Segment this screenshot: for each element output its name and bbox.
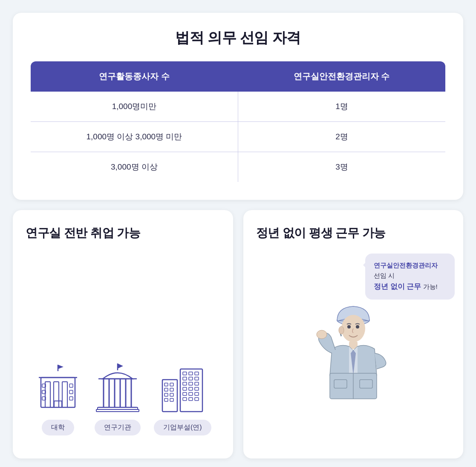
- svg-rect-47: [195, 387, 199, 390]
- svg-rect-46: [189, 387, 193, 390]
- svg-rect-38: [195, 372, 199, 375]
- svg-rect-10: [69, 384, 73, 387]
- table-cell-col1-2: 3,000명 이상: [30, 152, 238, 183]
- left-card-title: 연구실 전반 취업 가능: [26, 225, 140, 241]
- bubble-text-1: 연구실안전환경관리자: [374, 262, 438, 269]
- table-cell-col1-1: 1,000명 이상 3,000명 미만: [30, 122, 238, 152]
- svg-rect-39: [183, 377, 187, 380]
- left-card: 연구실 전반 취업 가능: [13, 210, 233, 458]
- svg-rect-37: [189, 372, 193, 375]
- svg-rect-30: [170, 388, 173, 391]
- svg-rect-31: [164, 393, 168, 396]
- bubble-text-3: 정년 없이 근무: [374, 283, 421, 291]
- svg-rect-44: [195, 382, 199, 385]
- svg-rect-42: [183, 382, 187, 385]
- svg-rect-12: [69, 397, 73, 400]
- svg-rect-45: [183, 387, 187, 390]
- svg-rect-50: [195, 392, 199, 395]
- table-row: 1,000명미만1명: [30, 92, 446, 122]
- svg-rect-53: [195, 398, 199, 401]
- building-institution: 연구기관: [94, 363, 141, 435]
- svg-point-56: [347, 325, 351, 329]
- table-cell-col1-0: 1,000명미만: [30, 92, 238, 122]
- table-row: 3,000명 이상3명: [30, 152, 446, 183]
- svg-rect-29: [164, 388, 168, 391]
- institution-icon: [94, 363, 141, 414]
- svg-rect-34: [170, 398, 173, 401]
- svg-rect-41: [195, 377, 199, 380]
- svg-rect-13: [54, 401, 62, 407]
- svg-rect-6: [62, 382, 67, 407]
- top-card: 법적 의무 선임 자격 연구활동종사자 수 연구실안전환경관리자 수 1,000…: [13, 13, 463, 200]
- right-card-content: 연구실안전환경관리자 선임 시 정년 없이 근무 가능!: [256, 254, 451, 446]
- right-card: 정년 없이 평생 근무 가능: [243, 210, 464, 458]
- svg-rect-40: [189, 377, 193, 380]
- university-label: 대학: [42, 420, 74, 435]
- table-cell-col2-1: 2명: [238, 122, 446, 152]
- svg-rect-32: [170, 393, 173, 396]
- svg-point-61: [317, 330, 327, 339]
- svg-rect-36: [183, 372, 187, 375]
- worker-illustration: [311, 290, 396, 409]
- qualification-table: 연구활동종사자 수 연구실안전환경관리자 수 1,000명미만1명1,000명 …: [30, 61, 446, 183]
- svg-rect-28: [170, 383, 173, 386]
- svg-point-58: [339, 326, 344, 334]
- corporate-label: 기업부설(연): [154, 420, 211, 435]
- bubble-text-2: 선임 시: [374, 272, 395, 279]
- bottom-row: 연구실 전반 취업 가능: [13, 210, 463, 458]
- svg-rect-33: [164, 398, 168, 401]
- svg-rect-27: [164, 383, 168, 386]
- svg-rect-43: [189, 382, 193, 385]
- svg-rect-4: [45, 382, 50, 407]
- university-icon: [35, 363, 81, 414]
- bubble-text-4: 가능!: [421, 283, 437, 290]
- institution-label: 연구기관: [95, 420, 141, 435]
- top-card-title: 법적 의무 선임 자격: [30, 28, 446, 48]
- svg-rect-25: [96, 409, 139, 412]
- svg-rect-51: [183, 398, 187, 401]
- right-card-title: 정년 없이 평생 근무 가능: [256, 225, 386, 241]
- building-university: 대학: [35, 363, 81, 435]
- corporate-icon: [159, 363, 206, 414]
- table-row: 1,000명 이상 3,000명 미만2명: [30, 122, 446, 152]
- table-cell-col2-0: 1명: [238, 92, 446, 122]
- col1-header: 연구활동종사자 수: [30, 61, 238, 92]
- buildings-container: 대학: [26, 254, 220, 435]
- svg-marker-15: [118, 363, 123, 369]
- table-cell-col2-2: 3명: [238, 152, 446, 183]
- col2-header: 연구실안전환경관리자 수: [238, 61, 446, 92]
- svg-rect-48: [183, 392, 187, 395]
- speech-bubble: 연구실안전환경관리자 선임 시 정년 없이 근무 가능!: [365, 254, 455, 299]
- svg-rect-52: [189, 398, 193, 401]
- svg-rect-49: [189, 392, 193, 395]
- svg-point-57: [356, 325, 359, 329]
- svg-marker-1: [58, 365, 63, 369]
- svg-rect-11: [69, 390, 73, 394]
- building-corporate: 기업부설(연): [154, 363, 211, 435]
